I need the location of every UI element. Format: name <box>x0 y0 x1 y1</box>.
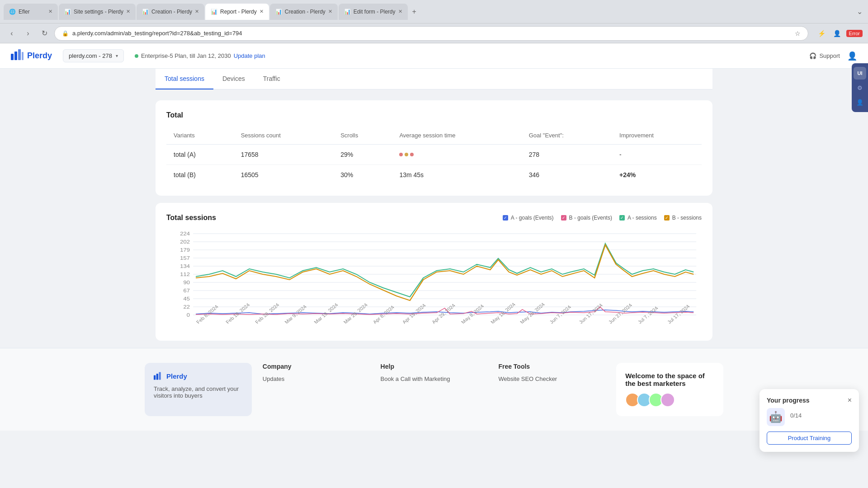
tab-favicon: 📊 <box>64 9 71 15</box>
user-profile-button[interactable]: 👤 <box>831 27 844 40</box>
table-header: Variants Sessions count Scrolls Average … <box>166 127 702 145</box>
legend-checkbox-b-goals: ✓ <box>561 215 566 221</box>
user-account-icon[interactable]: 👤 <box>847 51 857 61</box>
progress-top: 🤖 0/14 <box>767 408 852 426</box>
tab-efler[interactable]: 🌐 Efler ✕ <box>4 4 58 20</box>
svg-rect-1 <box>14 52 17 60</box>
variant-a-improvement: - <box>612 145 702 165</box>
progress-widget: Your progress × 🤖 0/14 Product Training <box>760 389 859 431</box>
plan-info: Enterprise-5 Plan, till Jan 12, 2030 Upd… <box>135 52 265 59</box>
y-label: 0 <box>187 312 190 318</box>
app-header: Plerdy plerdy.com - 278 ▾ Enterprise-5 P… <box>0 43 868 69</box>
col-goal: Goal "Event": <box>522 127 612 145</box>
dot-1 <box>399 153 403 156</box>
svg-rect-4 <box>154 375 156 380</box>
tab-report[interactable]: 📊 Report - Plerdy ✕ <box>205 4 269 20</box>
y-label: 179 <box>180 247 190 253</box>
progress-widget-title: Your progress <box>767 397 810 404</box>
tab-site-settings[interactable]: 📊 Site settings - Plerdy ✕ <box>59 4 136 20</box>
legend-checkbox-b-sessions: ✓ <box>664 215 670 221</box>
footer-community-card: Welcome to the space of the best markete… <box>616 363 723 416</box>
tab-total-sessions[interactable]: Total sessions <box>156 69 213 89</box>
plan-active-dot <box>135 54 138 58</box>
new-tab-button[interactable]: + <box>409 6 420 18</box>
support-button[interactable]: 🎧 Support <box>809 52 840 59</box>
footer-link-book-call[interactable]: Book a Call with Marketing <box>381 375 488 382</box>
tab-label: Creation - Plerdy <box>285 9 326 15</box>
tab-creation1[interactable]: 📊 Creation - Plerdy ✕ <box>137 4 204 20</box>
avatar-4 <box>660 393 675 407</box>
tab-creation2[interactable]: 📊 Creation - Plerdy ✕ <box>270 4 338 20</box>
panel-item-person[interactable]: 👤 <box>854 96 866 108</box>
logo-icon <box>11 49 24 62</box>
address-icons: ☆ <box>795 30 801 37</box>
legend-b-sessions[interactable]: ✓ B - sessions <box>664 215 702 221</box>
y-label: 90 <box>184 280 190 286</box>
tab-close-edit-form[interactable]: ✕ <box>398 9 402 14</box>
tab-close-site-settings[interactable]: ✕ <box>126 9 130 14</box>
legend-a-goals[interactable]: ✓ A - goals (Events) <box>503 215 554 221</box>
dot-3 <box>410 153 414 156</box>
col-avg-time: Average session time <box>392 127 521 145</box>
svg-rect-2 <box>18 49 21 60</box>
footer-link-seo-checker[interactable]: Website SEO Checker <box>498 375 605 382</box>
plan-text: Enterprise-5 Plan, till Jan 12, 2030 <box>141 52 231 59</box>
legend-a-sessions[interactable]: ✓ A - sessions <box>619 215 657 221</box>
app-logo[interactable]: Plerdy <box>11 49 52 62</box>
table-body: total (A) 17658 29% 278 - <box>166 145 702 185</box>
footer-logo: Plerdy <box>154 372 243 380</box>
chrome-expand-icon[interactable]: ⌄ <box>855 5 864 18</box>
lock-icon: 🔒 <box>62 30 69 37</box>
community-avatars <box>625 393 714 407</box>
browser-actions: ⚡ 👤 Error <box>816 27 863 40</box>
variant-a-goal: 278 <box>522 145 612 165</box>
y-label: 67 <box>184 288 190 294</box>
tab-label: Efler <box>19 9 30 15</box>
table-row: total (A) 17658 29% 278 - <box>166 145 702 165</box>
tab-close-creation1[interactable]: ✕ <box>195 9 199 14</box>
variant-a-avg-time <box>392 145 521 165</box>
headphone-icon: 🎧 <box>809 52 816 59</box>
svg-rect-3 <box>22 52 24 60</box>
tab-traffic[interactable]: Traffic <box>254 69 289 89</box>
tab-close-creation2[interactable]: ✕ <box>328 9 332 14</box>
x-label: Jun 17, 2024 <box>578 303 604 325</box>
tab-close-report[interactable]: ✕ <box>259 9 264 14</box>
back-button[interactable]: ‹ <box>5 27 18 40</box>
col-scrolls: Scrolls <box>333 127 392 145</box>
star-icon[interactable]: ☆ <box>795 30 801 37</box>
legend-b-goals[interactable]: ✓ B - goals (Events) <box>561 215 612 221</box>
y-label: 45 <box>184 296 190 302</box>
progress-close-button[interactable]: × <box>848 396 852 404</box>
col-variants: Variants <box>166 127 234 145</box>
panel-item-ui[interactable]: UI <box>854 67 866 80</box>
forward-button[interactable]: › <box>22 27 34 40</box>
panel-item-gear[interactable]: ⚙ <box>854 81 866 94</box>
chart-legend: ✓ A - goals (Events) ✓ B - goals (Events… <box>503 215 702 221</box>
tab-label: Creation - Plerdy <box>151 9 192 15</box>
variant-b-avg-time: 13m 45s <box>392 165 521 185</box>
svg-rect-0 <box>11 54 14 60</box>
right-panel: UI ⚙ 👤 <box>852 63 868 112</box>
loading-dots <box>399 153 514 156</box>
update-plan-link[interactable]: Update plan <box>234 52 265 59</box>
browser-tabs-bar: 🌐 Efler ✕ 📊 Site settings - Plerdy ✕ 📊 C… <box>0 0 868 23</box>
address-bar[interactable]: 🔒 a.plerdy.com/admin/ab_testing/report?i… <box>54 26 808 41</box>
total-table-card: Total Variants Sessions count Scrolls Av… <box>156 100 712 196</box>
ui-label: UI <box>858 70 863 76</box>
y-label: 224 <box>180 231 190 237</box>
error-badge[interactable]: Error <box>846 30 863 37</box>
tab-navigation: Total sessions Devices Traffic <box>156 69 712 89</box>
extensions-button[interactable]: ⚡ <box>816 27 828 40</box>
footer-free-tools-col: Free Tools Website SEO Checker <box>498 363 605 416</box>
y-label: 22 <box>184 304 190 310</box>
tab-devices[interactable]: Devices <box>213 69 254 89</box>
tab-close-efler[interactable]: ✕ <box>48 9 52 14</box>
progress-score-section: 0/14 <box>790 412 802 422</box>
person-icon: 👤 <box>856 99 863 106</box>
tab-edit-form[interactable]: 📊 Edit form - Plerdy ✕ <box>339 4 408 20</box>
table-row: total (B) 16505 30% 13m 45s 346 +24% <box>166 165 702 185</box>
footer-link-updates[interactable]: Updates <box>263 375 370 382</box>
reload-button[interactable]: ↻ <box>38 27 51 40</box>
site-selector[interactable]: plerdy.com - 278 ▾ <box>63 49 124 62</box>
